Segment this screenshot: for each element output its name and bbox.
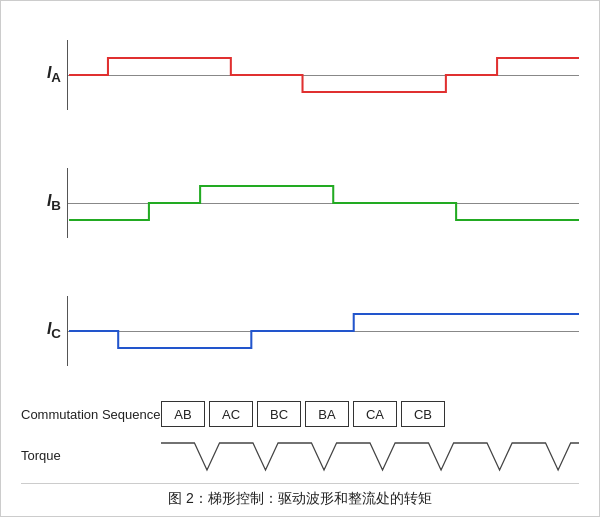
wave-label-ib: IB bbox=[21, 192, 61, 213]
comm-box-cb: CB bbox=[401, 401, 445, 427]
wave-canvas-ib bbox=[67, 168, 579, 238]
wave-row-ic: IC bbox=[21, 296, 579, 366]
torque-canvas bbox=[161, 435, 579, 475]
wave-row-ib: IB bbox=[21, 168, 579, 238]
torque-row: Torque bbox=[21, 435, 579, 475]
caption: 图 2：梯形控制：驱动波形和整流处的转矩 bbox=[21, 483, 579, 508]
wave-row-ia: IA bbox=[21, 40, 579, 110]
commutation-boxes: AB AC BC BA CA CB bbox=[161, 401, 445, 427]
comm-box-bc: BC bbox=[257, 401, 301, 427]
comm-box-ba: BA bbox=[305, 401, 349, 427]
comm-box-ca: CA bbox=[353, 401, 397, 427]
wave-canvas-ia bbox=[67, 40, 579, 110]
comm-box-ab: AB bbox=[161, 401, 205, 427]
wave-label-ic: IC bbox=[21, 320, 61, 341]
wave-label-ia: IA bbox=[21, 64, 61, 85]
commutation-label: Commutation Sequence bbox=[21, 407, 161, 422]
torque-label: Torque bbox=[21, 448, 161, 463]
comm-box-ac: AC bbox=[209, 401, 253, 427]
waveform-section: IA IB bbox=[21, 11, 579, 395]
commutation-row: Commutation Sequence AB AC BC BA CA CB bbox=[21, 401, 579, 427]
main-container: IA IB bbox=[0, 0, 600, 517]
wave-canvas-ic bbox=[67, 296, 579, 366]
